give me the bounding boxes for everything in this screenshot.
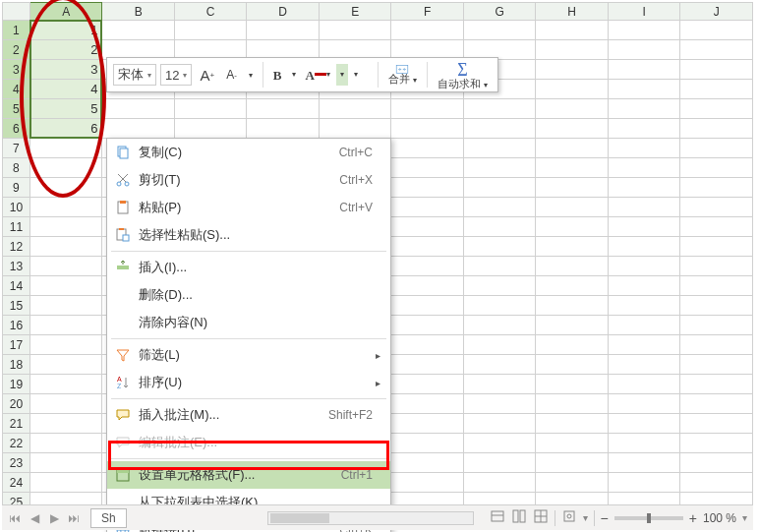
cell-I19[interactable]	[608, 375, 679, 394]
cell-I2[interactable]	[608, 40, 679, 60]
cell-E5[interactable]	[319, 99, 391, 119]
cell-A8[interactable]	[29, 158, 102, 178]
cell-G21[interactable]	[463, 414, 536, 434]
menu-format-cells[interactable]: 设置单元格格式(F)...Ctrl+1	[107, 461, 390, 489]
col-header-C[interactable]: C	[174, 3, 247, 21]
cell-J23[interactable]	[680, 453, 753, 473]
row-header-9[interactable]: 9	[3, 178, 30, 198]
cell-A16[interactable]	[29, 316, 102, 335]
cell-A21[interactable]	[29, 414, 102, 434]
row-header-2[interactable]: 2	[3, 40, 30, 60]
decrease-font-icon[interactable]: A-	[222, 64, 241, 86]
view-icon-3[interactable]	[533, 508, 549, 527]
cell-I4[interactable]	[608, 80, 679, 99]
row-header-21[interactable]: 21	[3, 414, 30, 434]
cell-I14[interactable]	[608, 276, 679, 296]
cell-I8[interactable]	[608, 158, 679, 178]
cell-F16[interactable]	[391, 316, 464, 335]
align-icon[interactable]: ▾	[336, 64, 348, 86]
cell-A7[interactable]	[29, 139, 102, 158]
cell-G9[interactable]	[463, 178, 536, 198]
cell-I11[interactable]	[608, 217, 679, 237]
cell-F11[interactable]	[391, 217, 464, 237]
cell-F14[interactable]	[391, 276, 464, 296]
row-header-10[interactable]: 10	[3, 198, 30, 217]
cell-B6[interactable]	[102, 119, 175, 139]
cell-I24[interactable]	[608, 473, 679, 493]
cell-H7[interactable]	[536, 139, 609, 158]
cell-G7[interactable]	[463, 139, 536, 158]
cell-I3[interactable]	[608, 60, 679, 80]
zoom-value[interactable]: 100 %	[703, 511, 736, 525]
cell-J14[interactable]	[680, 276, 753, 296]
sheet-nav-next-icon[interactable]: ▶	[45, 509, 63, 527]
cell-I16[interactable]	[608, 316, 679, 335]
col-header-D[interactable]: D	[247, 3, 320, 21]
cell-I7[interactable]	[608, 139, 679, 158]
cell-C5[interactable]	[174, 99, 247, 119]
hscrollbar[interactable]	[267, 511, 474, 525]
cell-J18[interactable]	[680, 355, 753, 375]
row-header-18[interactable]: 18	[3, 355, 30, 375]
cell-H5[interactable]	[536, 99, 609, 119]
cell-H18[interactable]	[536, 355, 609, 375]
cell-A17[interactable]	[29, 335, 102, 355]
cell-I20[interactable]	[608, 394, 679, 414]
menu-sort[interactable]: AZ 排序(U)▸	[107, 369, 390, 396]
cell-F15[interactable]	[391, 296, 464, 316]
cell-H16[interactable]	[536, 316, 609, 335]
menu-paste-special[interactable]: 选择性粘贴(S)...	[107, 221, 390, 249]
cell-G10[interactable]	[463, 198, 536, 217]
cell-H9[interactable]	[536, 178, 609, 198]
row-header-6[interactable]: 6	[3, 119, 30, 139]
cell-D5[interactable]	[247, 99, 320, 119]
cell-G1[interactable]	[463, 21, 536, 40]
cell-J15[interactable]	[680, 296, 753, 316]
cell-J16[interactable]	[680, 316, 753, 335]
col-header-B[interactable]: B	[102, 3, 175, 21]
cell-J12[interactable]	[680, 237, 753, 257]
row-header-15[interactable]: 15	[3, 296, 30, 316]
cell-D6[interactable]	[247, 119, 320, 139]
cell-G11[interactable]	[463, 217, 536, 237]
cell-A4[interactable]: 4	[29, 80, 102, 99]
highlight-cell-icon[interactable]: ▾	[245, 64, 257, 86]
menu-clear[interactable]: 清除内容(N)	[107, 309, 390, 336]
cell-J6[interactable]	[680, 119, 753, 139]
cell-A14[interactable]	[29, 276, 102, 296]
cell-A18[interactable]	[29, 355, 102, 375]
cell-G8[interactable]	[463, 158, 536, 178]
cell-H17[interactable]	[536, 335, 609, 355]
menu-delete[interactable]: 删除(D)...	[107, 281, 390, 309]
row-header-19[interactable]: 19	[3, 375, 30, 394]
cell-H10[interactable]	[536, 198, 609, 217]
row-header-16[interactable]: 16	[3, 316, 30, 335]
cell-F24[interactable]	[391, 473, 464, 493]
cell-F17[interactable]	[391, 335, 464, 355]
col-header-E[interactable]: E	[319, 3, 391, 21]
cell-A20[interactable]	[29, 394, 102, 414]
cell-H2[interactable]	[536, 40, 609, 60]
cell-J9[interactable]	[680, 178, 753, 198]
cell-J3[interactable]	[680, 60, 753, 80]
cell-H4[interactable]	[536, 80, 609, 99]
cell-I6[interactable]	[608, 119, 679, 139]
cell-G13[interactable]	[463, 257, 536, 276]
cell-G14[interactable]	[463, 276, 536, 296]
cell-J7[interactable]	[680, 139, 753, 158]
cell-H12[interactable]	[536, 237, 609, 257]
cell-G15[interactable]	[463, 296, 536, 316]
row-header-17[interactable]: 17	[3, 335, 30, 355]
cell-F18[interactable]	[391, 355, 464, 375]
cell-D1[interactable]	[247, 21, 320, 40]
menu-paste[interactable]: 粘贴(P)Ctrl+V	[107, 194, 390, 221]
cell-A10[interactable]	[29, 198, 102, 217]
menu-copy[interactable]: 复制(C)Ctrl+C	[107, 139, 390, 166]
cell-H19[interactable]	[536, 375, 609, 394]
cell-J11[interactable]	[680, 217, 753, 237]
cell-A12[interactable]	[29, 237, 102, 257]
cell-J10[interactable]	[680, 198, 753, 217]
col-header-H[interactable]: H	[536, 3, 609, 21]
cell-I23[interactable]	[608, 453, 679, 473]
sheet-nav-last-icon[interactable]: ⏭	[65, 509, 83, 527]
